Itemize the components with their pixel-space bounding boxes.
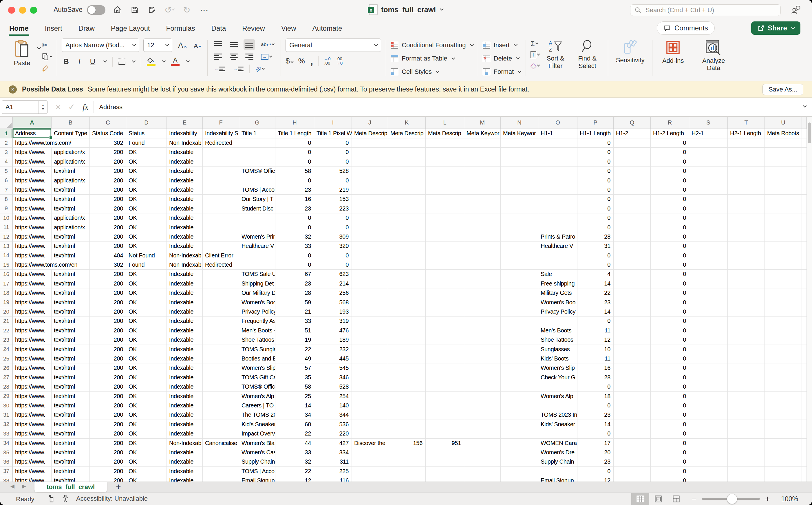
- cell-U31[interactable]: [765, 410, 802, 419]
- cell-P4[interactable]: 0: [578, 157, 614, 167]
- cell-O34[interactable]: WOMEN Cara: [538, 439, 578, 448]
- cell-G18[interactable]: Our Military D: [239, 289, 275, 298]
- cell-E38[interactable]: Indexable: [167, 476, 203, 482]
- cell-C23[interactable]: 200: [90, 335, 126, 345]
- cell-S4[interactable]: [689, 157, 728, 167]
- cell-K31[interactable]: [388, 410, 426, 419]
- cell-M32[interactable]: [464, 420, 501, 429]
- cell-G2[interactable]: [239, 138, 275, 148]
- cell-N12[interactable]: [501, 232, 538, 241]
- cell-A18[interactable]: https://www.: [13, 289, 51, 298]
- cell-V30[interactable]: [802, 401, 807, 410]
- cell-F12[interactable]: [203, 232, 239, 241]
- cell-C14[interactable]: 404: [90, 251, 126, 260]
- cell-Q29[interactable]: [614, 392, 651, 401]
- cell-A10[interactable]: https://www.: [13, 213, 51, 223]
- cell-U22[interactable]: [765, 326, 802, 335]
- cell-V22[interactable]: [802, 326, 807, 335]
- cell-Q33[interactable]: [614, 429, 651, 439]
- borders-chevron-icon[interactable]: [132, 59, 136, 62]
- cell-S8[interactable]: [689, 195, 728, 204]
- cell-N15[interactable]: [501, 260, 538, 270]
- cell-A30[interactable]: https://www.: [13, 401, 51, 410]
- cell-V28[interactable]: [802, 382, 807, 391]
- cell-N37[interactable]: [501, 467, 538, 476]
- cell-T1[interactable]: H2-1 Length: [728, 129, 765, 138]
- cell-H17[interactable]: 23: [275, 279, 314, 289]
- comments-button[interactable]: Comments: [657, 21, 715, 35]
- font-size-select[interactable]: 12: [143, 38, 172, 52]
- cell-J24[interactable]: [352, 345, 388, 354]
- column-header-Q[interactable]: Q: [614, 117, 651, 129]
- cell-Q32[interactable]: [614, 420, 651, 429]
- cell-J8[interactable]: [352, 195, 388, 204]
- column-header-H[interactable]: H: [275, 117, 314, 129]
- cell-I8[interactable]: 153: [314, 195, 352, 204]
- cell-V32[interactable]: [802, 420, 807, 429]
- cell-Q20[interactable]: [614, 307, 651, 317]
- cell-S23[interactable]: [689, 335, 728, 345]
- cell-R16[interactable]: 0: [651, 270, 689, 279]
- cell-M15[interactable]: [464, 260, 501, 270]
- cell-L21[interactable]: [426, 317, 464, 326]
- cell-B5[interactable]: text/html: [51, 167, 90, 176]
- cell-H28[interactable]: 58: [275, 382, 314, 391]
- cell-D5[interactable]: OK: [126, 167, 167, 176]
- cell-B3[interactable]: application/x: [51, 148, 90, 157]
- cell-H4[interactable]: 0: [275, 157, 314, 167]
- cell-T28[interactable]: [728, 382, 765, 391]
- cell-K3[interactable]: [388, 148, 426, 157]
- cell-J23[interactable]: [352, 335, 388, 345]
- undo-icon[interactable]: ↺: [164, 4, 174, 16]
- cell-T19[interactable]: [728, 298, 765, 307]
- cell-R28[interactable]: 0: [651, 382, 689, 391]
- cell-I25[interactable]: 445: [314, 354, 352, 363]
- cell-R7[interactable]: 0: [651, 185, 689, 195]
- cell-R32[interactable]: 0: [651, 420, 689, 429]
- cell-C19[interactable]: 200: [90, 298, 126, 307]
- cell-F15[interactable]: Redirected: [203, 260, 239, 270]
- cell-T21[interactable]: [728, 317, 765, 326]
- cell-G25[interactable]: Booties and E: [239, 354, 275, 363]
- cell-Q4[interactable]: [614, 157, 651, 167]
- save-icon[interactable]: [130, 4, 140, 16]
- cell-O23[interactable]: Shoe Tattoos: [538, 335, 578, 345]
- cell-H3[interactable]: 0: [275, 148, 314, 157]
- cell-T22[interactable]: [728, 326, 765, 335]
- cell-G19[interactable]: Women's Boo: [239, 298, 275, 307]
- cell-L38[interactable]: [426, 476, 464, 482]
- cell-M37[interactable]: [464, 467, 501, 476]
- name-box[interactable]: A1 ▲▼: [2, 101, 47, 114]
- column-header-O[interactable]: O: [538, 117, 578, 129]
- cell-R18[interactable]: 0: [651, 289, 689, 298]
- cell-K11[interactable]: [388, 223, 426, 232]
- cell-I6[interactable]: 0: [314, 176, 352, 185]
- cell-K36[interactable]: [388, 457, 426, 467]
- cell-C31[interactable]: 200: [90, 410, 126, 419]
- cell-D15[interactable]: Found: [126, 260, 167, 270]
- cell-K29[interactable]: [388, 392, 426, 401]
- cell-S9[interactable]: [689, 204, 728, 213]
- cell-U30[interactable]: [765, 401, 802, 410]
- cell-L34[interactable]: 951: [426, 439, 464, 448]
- cell-H34[interactable]: 44: [275, 439, 314, 448]
- cell-A38[interactable]: https://www.: [13, 476, 51, 482]
- cell-A12[interactable]: https://www.: [13, 232, 51, 241]
- cell-L15[interactable]: [426, 260, 464, 270]
- cell-I33[interactable]: 220: [314, 429, 352, 439]
- cell-H9[interactable]: 23: [275, 204, 314, 213]
- cell-B13[interactable]: text/html: [51, 241, 90, 251]
- cell-D36[interactable]: OK: [126, 457, 167, 467]
- cell-K38[interactable]: [388, 476, 426, 482]
- cell-R24[interactable]: 0: [651, 345, 689, 354]
- cell-D4[interactable]: OK: [126, 157, 167, 167]
- cell-H10[interactable]: 0: [275, 213, 314, 223]
- cell-P19[interactable]: 23: [578, 298, 614, 307]
- cell-E29[interactable]: Indexable: [167, 392, 203, 401]
- formula-content[interactable]: Address: [99, 104, 123, 111]
- cell-H7[interactable]: 23: [275, 185, 314, 195]
- cell-S28[interactable]: [689, 382, 728, 391]
- cell-F37[interactable]: [203, 467, 239, 476]
- cell-H37[interactable]: 22: [275, 467, 314, 476]
- cell-Q21[interactable]: [614, 317, 651, 326]
